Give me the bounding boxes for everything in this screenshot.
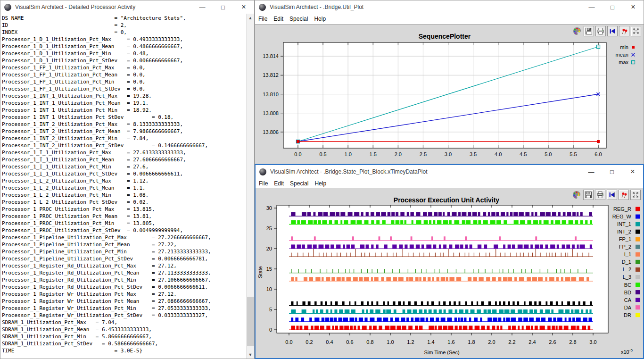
- svg-text:0: 0: [269, 327, 272, 333]
- svg-text:DA: DA: [624, 305, 632, 310]
- svg-text:REG_W: REG_W: [612, 214, 632, 219]
- print-button[interactable]: [595, 26, 606, 36]
- menubar: FileEditSpecialHelp: [255, 14, 644, 25]
- go-start-icon: [609, 27, 616, 35]
- svg-text:2.4: 2.4: [528, 339, 536, 345]
- svg-text:0.5: 0.5: [319, 151, 326, 157]
- menubar: FileEditSpecialHelp: [256, 178, 643, 189]
- menu-item-special[interactable]: Special: [289, 16, 308, 22]
- save-icon: [585, 27, 593, 35]
- svg-text:2.6: 2.6: [549, 339, 556, 345]
- print-icon: [596, 191, 604, 199]
- markers-icon: [620, 27, 628, 35]
- svg-text:L_2: L_2: [623, 267, 631, 272]
- maximize-button[interactable]: □: [602, 165, 622, 178]
- maximize-button[interactable]: □: [213, 0, 233, 14]
- markers-button[interactable]: [619, 26, 629, 36]
- svg-text:2.8: 2.8: [569, 339, 576, 345]
- close-button[interactable]: ×: [623, 0, 644, 14]
- expand-button[interactable]: [630, 190, 641, 200]
- svg-text:13.812: 13.812: [263, 72, 279, 78]
- svg-text:REG_R: REG_R: [613, 206, 631, 212]
- palette-icon: [572, 190, 581, 200]
- sequence-plotter-chart[interactable]: 0.00.51.01.52.02.53.03.54.04.55.05.56.01…: [255, 25, 644, 165]
- svg-text:4.0: 4.0: [495, 151, 502, 157]
- window-title: VisualSim Architect - .Bridge.Util_Plot: [270, 4, 581, 10]
- close-button[interactable]: ×: [233, 0, 254, 14]
- close-button[interactable]: ×: [622, 165, 643, 178]
- minimize-button[interactable]: —: [192, 0, 213, 14]
- svg-text:20: 20: [266, 246, 272, 251]
- minimize-button[interactable]: —: [581, 165, 602, 178]
- svg-text:INT_1: INT_1: [617, 221, 631, 227]
- svg-text:max: max: [619, 59, 628, 65]
- svg-text:5.0: 5.0: [545, 151, 552, 157]
- print-button[interactable]: [595, 190, 605, 200]
- save-button[interactable]: [583, 190, 594, 200]
- vertical-scrollbar[interactable]: ▲ ▼: [246, 14, 254, 359]
- maximize-button[interactable]: □: [602, 0, 623, 14]
- menu-item-help[interactable]: Help: [314, 180, 326, 187]
- svg-text:13.808: 13.808: [263, 110, 279, 116]
- svg-text:SequencePlotter: SequencePlotter: [419, 33, 471, 40]
- svg-text:BD: BD: [624, 290, 631, 295]
- svg-text:3.0: 3.0: [445, 151, 452, 157]
- svg-text:0.0: 0.0: [285, 339, 292, 345]
- menu-item-file[interactable]: File: [259, 180, 268, 187]
- svg-text:2.5: 2.5: [420, 151, 427, 157]
- state-activity-chart[interactable]: 0.00.20.40.60.81.01.21.41.61.82.02.22.42…: [256, 188, 644, 359]
- menu-item-file[interactable]: File: [258, 16, 267, 22]
- scroll-down-icon[interactable]: ▼: [247, 351, 254, 359]
- save-button[interactable]: [584, 26, 594, 36]
- svg-text:1.8: 1.8: [468, 339, 475, 345]
- stats-text: DS_NAME = "Architecture_Stats", ID = 2, …: [0, 14, 254, 354]
- svg-text:13.806: 13.806: [263, 129, 279, 135]
- print-icon: [597, 27, 604, 35]
- svg-text:DR: DR: [624, 312, 631, 318]
- svg-text:Processor Execution Unit Activ: Processor Execution Unit Activity: [394, 196, 500, 204]
- svg-text:mean: mean: [615, 52, 628, 58]
- go-start-button[interactable]: [607, 190, 617, 200]
- svg-text:3.5: 3.5: [470, 151, 477, 157]
- menu-item-edit[interactable]: Edit: [274, 180, 284, 187]
- svg-text:L_3: L_3: [623, 274, 631, 280]
- go-start-icon: [608, 191, 616, 199]
- app-icon: [259, 168, 266, 175]
- expand-button[interactable]: [631, 26, 641, 36]
- palette-button[interactable]: [571, 190, 582, 200]
- go-start-button[interactable]: [607, 26, 618, 36]
- plot-toolbar: [572, 26, 641, 36]
- svg-text:x10-5: x10-5: [621, 348, 633, 355]
- svg-text:1.6: 1.6: [447, 339, 454, 345]
- svg-text:15: 15: [266, 266, 272, 272]
- svg-text:1.0: 1.0: [387, 339, 394, 345]
- svg-text:Sim Time (Sec): Sim Time (Sec): [424, 350, 459, 355]
- plot-panel: 0.00.20.40.60.81.01.21.41.61.82.02.22.42…: [256, 188, 643, 358]
- markers-button[interactable]: [619, 190, 629, 200]
- svg-text:25: 25: [266, 225, 272, 231]
- scroll-up-icon[interactable]: ▲: [247, 14, 254, 22]
- svg-text:0.4: 0.4: [326, 339, 333, 345]
- svg-text:2.0: 2.0: [395, 151, 402, 157]
- window-state-plot: VisualSim Architect - .Bridge.State_Plot…: [255, 164, 644, 359]
- desktop: VisualSim Architect - Detailed Processor…: [0, 0, 644, 359]
- svg-text:2.2: 2.2: [508, 339, 515, 345]
- svg-text:FP_2: FP_2: [619, 244, 631, 250]
- svg-text:13.810: 13.810: [263, 92, 279, 97]
- menu-item-help[interactable]: Help: [314, 16, 326, 22]
- svg-text:5: 5: [269, 307, 272, 312]
- svg-text:0.0: 0.0: [294, 151, 301, 157]
- svg-text:0.2: 0.2: [305, 339, 313, 345]
- svg-text:5.5: 5.5: [570, 151, 577, 157]
- menu-item-edit[interactable]: Edit: [273, 16, 283, 22]
- titlebar: VisualSim Architect - Detailed Processor…: [0, 0, 254, 14]
- menu-item-special[interactable]: Special: [290, 180, 308, 187]
- expand-icon: [632, 27, 640, 35]
- plot-toolbar: [571, 190, 641, 200]
- palette-button[interactable]: [572, 26, 582, 36]
- svg-text:min: min: [620, 44, 628, 50]
- minimize-button[interactable]: —: [581, 0, 602, 14]
- scrollbar-thumb[interactable]: [247, 297, 254, 346]
- stats-body[interactable]: DS_NAME = "Architecture_Stats", ID = 2, …: [0, 14, 254, 359]
- window-stats: VisualSim Architect - Detailed Processor…: [0, 0, 255, 359]
